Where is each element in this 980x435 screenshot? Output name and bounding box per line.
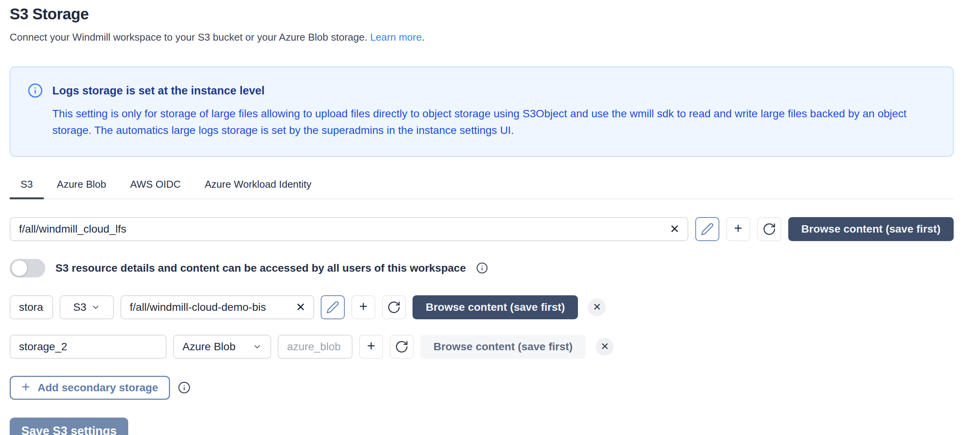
clear-icon: ✕	[296, 301, 305, 313]
secondary-1-name-wrap	[10, 295, 53, 319]
pencil-icon	[701, 223, 714, 236]
public-access-label: S3 resource details and content can be a…	[55, 262, 466, 274]
secondary-1-browse-content-button[interactable]: Browse content (save first)	[413, 295, 578, 319]
logs-storage-info-alert: Logs storage is set at the instance leve…	[10, 67, 954, 157]
clear-icon: ✕	[670, 223, 679, 235]
refresh-icon	[387, 300, 401, 314]
plus-icon: +	[22, 379, 30, 395]
secondary-storage-row-1: S3 ✕ + Browse content (save first) ✕	[10, 295, 970, 319]
secondary-2-refresh-button[interactable]	[390, 335, 414, 359]
chevron-down-icon	[91, 303, 100, 312]
clear-primary-resource-button[interactable]: ✕	[664, 217, 685, 241]
secondary-2-resource-wrap	[278, 335, 352, 359]
storage-type-tabs: S3 Azure Blob AWS OIDC Azure Workload Id…	[10, 176, 954, 199]
primary-resource-path-input[interactable]	[10, 217, 688, 241]
primary-browse-content-button[interactable]: Browse content (save first)	[788, 217, 954, 241]
remove-icon: ✕	[593, 301, 602, 313]
edit-resource-button[interactable]	[695, 217, 719, 241]
page-subtitle: Connect your Windmill workspace to your …	[10, 31, 970, 43]
refresh-resources-button[interactable]	[757, 217, 781, 241]
alert-title: Logs storage is set at the instance leve…	[52, 84, 265, 97]
remove-icon: ✕	[601, 341, 609, 353]
pencil-icon	[326, 301, 339, 314]
tab-azure-workload-identity[interactable]: Azure Workload Identity	[194, 176, 322, 199]
public-access-row: S3 resource details and content can be a…	[10, 259, 970, 277]
secondary-storage-row-2: Azure Blob + Browse content (save first)…	[10, 335, 970, 359]
primary-resource-input-wrap: ✕	[10, 217, 688, 241]
secondary-1-type-select[interactable]: S3	[60, 295, 114, 319]
public-access-info-icon[interactable]	[476, 262, 488, 274]
add-secondary-info-icon[interactable]	[178, 381, 191, 394]
secondary-2-name-wrap	[10, 335, 167, 359]
refresh-icon	[762, 222, 776, 236]
clear-secondary-1-resource-button[interactable]: ✕	[290, 295, 311, 319]
add-secondary-storage-button[interactable]: + Add secondary storage	[10, 376, 170, 400]
secondary-2-resource-path-input[interactable]	[278, 335, 352, 359]
refresh-icon	[395, 340, 409, 354]
learn-more-link[interactable]: Learn more	[370, 31, 422, 43]
primary-storage-row: ✕ + Browse content (save first)	[10, 217, 954, 241]
page-title: S3 Storage	[10, 5, 970, 23]
secondary-1-resource-path-input[interactable]	[120, 295, 314, 319]
secondary-1-edit-resource-button[interactable]	[321, 295, 345, 319]
secondary-2-create-resource-button[interactable]: +	[359, 335, 383, 359]
plus-icon: +	[367, 338, 375, 354]
s3-storage-settings-page: S3 Storage Connect your Windmill workspa…	[0, 0, 980, 435]
tab-s3[interactable]: S3	[10, 176, 44, 199]
add-secondary-storage-label: Add secondary storage	[38, 382, 158, 394]
secondary-1-type-value: S3	[73, 301, 86, 313]
alert-body: This setting is only for storage of larg…	[52, 105, 936, 139]
secondary-2-name-input[interactable]	[10, 335, 167, 359]
remove-secondary-1-button[interactable]: ✕	[588, 298, 606, 316]
info-icon	[28, 83, 43, 98]
tab-azure-blob[interactable]: Azure Blob	[46, 176, 117, 199]
public-access-toggle[interactable]	[10, 259, 45, 277]
remove-secondary-2-button[interactable]: ✕	[596, 338, 614, 356]
chevron-down-icon	[253, 342, 262, 351]
subtitle-period: .	[422, 31, 425, 43]
secondary-2-type-value: Azure Blob	[182, 341, 236, 353]
plus-icon: +	[734, 220, 742, 236]
plus-icon: +	[359, 298, 367, 315]
toggle-knob	[12, 260, 27, 276]
secondary-1-resource-wrap: ✕	[120, 295, 314, 319]
secondary-2-type-select[interactable]: Azure Blob	[173, 335, 271, 359]
secondary-1-refresh-button[interactable]	[382, 295, 406, 319]
secondary-1-create-resource-button[interactable]: +	[351, 295, 375, 319]
add-secondary-row: + Add secondary storage	[10, 376, 970, 400]
tab-aws-oidc[interactable]: AWS OIDC	[119, 176, 191, 199]
secondary-1-name-input[interactable]	[10, 295, 53, 319]
save-s3-settings-button[interactable]: Save S3 settings	[10, 418, 128, 435]
subtitle-text: Connect your Windmill workspace to your …	[10, 31, 370, 43]
create-resource-button[interactable]: +	[726, 217, 750, 241]
secondary-2-browse-content-button[interactable]: Browse content (save first)	[420, 335, 586, 359]
save-row: Save S3 settings	[10, 418, 970, 435]
